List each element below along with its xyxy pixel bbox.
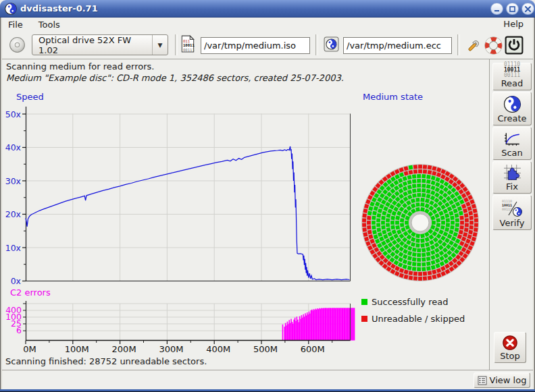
svg-text:300M: 300M (159, 344, 183, 354)
close-icon (525, 6, 531, 12)
medium-info-line: Medium "Example disc": CD-R mode 1, 3524… (6, 73, 344, 83)
app-logo-yinyang-icon (5, 3, 17, 15)
help-lifesaver-icon[interactable] (484, 36, 503, 55)
menu-tools[interactable]: Tools (32, 18, 66, 31)
svg-text:50x: 50x (5, 109, 21, 119)
svg-text:500M: 500M (253, 344, 278, 354)
binary-icon: 01110 10011 00111 (504, 62, 520, 78)
window-title: dvdisaster-0.71 (20, 3, 98, 13)
svg-text:10011: 10011 (183, 43, 195, 47)
read-button-label: Read (501, 78, 524, 88)
scan-button-label: Scan (501, 148, 523, 158)
svg-text:400M: 400M (206, 344, 230, 354)
read-button[interactable]: 01110 10011 00111 Read (492, 63, 532, 90)
yinyang-icon (503, 95, 521, 113)
svg-text:20x: 20x (5, 209, 21, 219)
app-window: dvdisaster-0.71 File Tools Help (0, 0, 535, 392)
fix-button[interactable]: Fix (492, 161, 532, 194)
puzzle-piece-icon (503, 164, 521, 181)
preferences-wrench-icon[interactable] (465, 36, 483, 55)
svg-text:10x: 10x (5, 243, 21, 253)
maximize-button[interactable] (506, 3, 519, 15)
svg-text:00111: 00111 (502, 207, 512, 211)
svg-text:0M: 0M (23, 344, 36, 354)
verify-button-label: Verify (500, 218, 525, 228)
close-button[interactable] (521, 3, 534, 15)
maximize-icon (509, 6, 515, 12)
stop-button-label: Stop (500, 351, 520, 361)
scan-status-heading: Scanning medium for read errors. (6, 61, 154, 72)
fix-button-label: Fix (506, 181, 518, 192)
stop-button[interactable]: Stop (494, 332, 526, 363)
view-log-button[interactable]: View log (474, 372, 530, 388)
svg-text:00111: 00111 (183, 48, 195, 52)
ecc-file-icon (324, 36, 339, 52)
svg-text:011: 011 (183, 39, 190, 43)
verify-icon: 01110 10011 00111 (501, 199, 523, 218)
statusbar-divider (2, 370, 533, 370)
minimize-button[interactable] (490, 3, 503, 15)
log-list-icon (478, 376, 487, 385)
create-button[interactable]: Create (492, 92, 532, 125)
menu-bar: File Tools Help (2, 18, 533, 32)
window-frame-bottom[interactable] (0, 389, 535, 392)
drive-selector-value: Optical drive 52X FW 1.02 (32, 35, 152, 55)
cd-drive-icon[interactable] (8, 36, 26, 54)
minimize-icon (494, 6, 500, 12)
svg-text:30x: 30x (5, 176, 21, 186)
toolbar-separator (315, 34, 318, 55)
title-bar: dvdisaster-0.71 (0, 0, 535, 18)
sidebar-divider (489, 59, 490, 370)
toolbar-separator (457, 34, 460, 55)
scan-chart-icon (503, 132, 521, 148)
charts-and-disc-canvas: 0x10x20x30x40x50x6251004000M100M200M300M… (0, 88, 488, 358)
iso-path-input[interactable] (201, 37, 310, 54)
toolbar: Optical drive 52X FW 1.02 ▼ 011 10011 00… (2, 32, 533, 59)
ecc-path-input[interactable] (343, 37, 452, 54)
drive-selector[interactable]: Optical drive 52X FW 1.02 ▼ (32, 34, 168, 55)
iso-file-icon: 011 10011 00111 (180, 35, 195, 53)
svg-text:0x: 0x (11, 276, 21, 286)
view-log-label: View log (490, 375, 527, 385)
svg-text:100M: 100M (65, 344, 89, 354)
verify-button[interactable]: 01110 10011 00111 Verify (492, 195, 532, 230)
menu-file[interactable]: File (2, 18, 29, 31)
create-button-label: Create (497, 113, 526, 123)
stop-icon (502, 335, 518, 351)
svg-text:40x: 40x (5, 142, 21, 152)
svg-text:400: 400 (5, 305, 22, 315)
toolbar-separator (175, 34, 178, 55)
menu-help[interactable]: Help (501, 19, 526, 29)
svg-text:200M: 200M (112, 344, 136, 354)
scan-button[interactable]: Scan (492, 127, 532, 160)
chevron-down-icon: ▼ (152, 35, 168, 55)
quit-power-icon[interactable] (505, 36, 524, 55)
footer-status-text: Scanning finished: 28752 unreadable sect… (5, 356, 207, 366)
svg-text:600M: 600M (301, 344, 325, 354)
